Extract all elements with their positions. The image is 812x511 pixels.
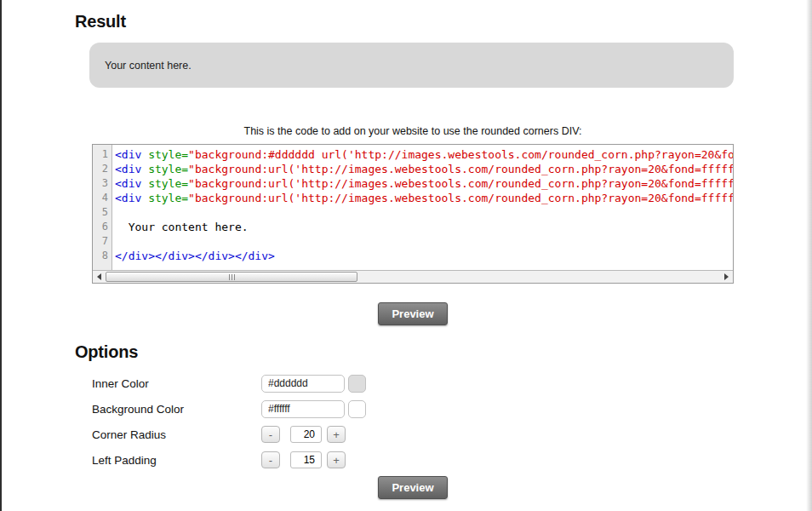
code-text: <div style="background:url('http://image… xyxy=(112,191,733,205)
code-text: Your content here. xyxy=(112,220,733,234)
window-right-edge xyxy=(806,0,812,511)
code-section: This is the code to add on your website … xyxy=(92,125,734,325)
option-row-inner-color: Inner Color xyxy=(92,370,734,396)
code-text: <div style="background:#dddddd url('http… xyxy=(112,147,733,162)
inner-color-input[interactable] xyxy=(261,375,345,393)
scrollbar-right-arrow[interactable] xyxy=(720,271,733,283)
code-token: "background:url('http://images.webestool… xyxy=(188,177,733,190)
line-number: 6 xyxy=(93,220,112,234)
line-number: 8 xyxy=(93,249,112,263)
code-text xyxy=(112,205,733,220)
window-left-edge xyxy=(0,0,2,511)
corner-radius-decrement-button[interactable]: - xyxy=(261,426,280,443)
main-content: Result Your content here. This is the co… xyxy=(0,0,812,499)
code-token: Your content here. xyxy=(115,221,249,233)
code-token: style= xyxy=(148,177,188,190)
code-line: 7 xyxy=(93,234,733,249)
bottom-preview-wrap: Preview xyxy=(92,476,734,499)
code-token: style= xyxy=(148,148,188,161)
corner-radius-label: Corner Radius xyxy=(92,428,261,441)
code-line: 8 </div></div></div></div> xyxy=(93,249,733,263)
background-color-swatch[interactable] xyxy=(348,400,366,418)
background-color-label: Background Color xyxy=(92,403,261,416)
options-heading: Options xyxy=(75,342,734,362)
code-text: <div style="background:url('http://image… xyxy=(112,162,733,176)
scrollbar-thumb[interactable] xyxy=(106,272,357,282)
code-token: style= xyxy=(148,192,188,204)
code-line: 4 <div style="background:url('http://ima… xyxy=(93,191,733,205)
option-row-left-padding: Left Padding - + xyxy=(92,447,734,473)
code-text: <div style="background:url('http://image… xyxy=(112,176,733,191)
code-token: <div xyxy=(115,163,148,175)
code-editor[interactable]: 1 <div style="background:#dddddd url('ht… xyxy=(92,144,734,284)
code-line: 5 xyxy=(93,205,733,220)
code-token: <div xyxy=(115,192,148,204)
option-row-background-color: Background Color xyxy=(92,396,734,422)
code-line: 3 <div style="background:url('http://ima… xyxy=(93,176,733,191)
code-text xyxy=(112,234,733,249)
left-padding-increment-button[interactable]: + xyxy=(327,451,346,468)
line-number: 1 xyxy=(93,147,112,162)
left-padding-input[interactable] xyxy=(290,451,322,468)
corner-radius-input[interactable] xyxy=(290,426,322,443)
result-heading: Result xyxy=(75,12,734,32)
inner-color-label: Inner Color xyxy=(92,377,261,390)
line-number: 3 xyxy=(93,176,112,191)
scrollbar-left-arrow[interactable] xyxy=(93,271,106,283)
left-arrow-icon xyxy=(97,273,101,280)
code-token: </div></div></div></div> xyxy=(115,250,275,262)
result-preview-text: Your content here. xyxy=(105,60,192,72)
code-lines: 1 <div style="background:#dddddd url('ht… xyxy=(93,145,733,270)
code-token: <div xyxy=(115,177,148,190)
code-line: 2 <div style="background:url('http://ima… xyxy=(93,162,733,176)
left-padding-decrement-button[interactable]: - xyxy=(261,451,280,468)
line-number: 2 xyxy=(93,162,112,176)
code-line: 6 Your content here. xyxy=(93,220,733,234)
code-token: style= xyxy=(148,163,188,175)
right-arrow-icon xyxy=(724,273,729,280)
preview-button-bottom[interactable]: Preview xyxy=(378,476,448,499)
result-preview-box: Your content here. xyxy=(89,43,734,88)
options-form: Inner Color Background Color Corner Radi… xyxy=(75,370,734,473)
corner-radius-increment-button[interactable]: + xyxy=(327,426,346,443)
option-row-corner-radius: Corner Radius - + xyxy=(92,422,734,447)
code-token: "background:url('http://images.webestool… xyxy=(188,192,733,204)
scrollbar-grip-icon xyxy=(232,274,232,280)
background-color-input[interactable] xyxy=(261,400,345,418)
preview-button-top[interactable]: Preview xyxy=(378,302,448,325)
line-number: 5 xyxy=(93,205,112,220)
code-text: </div></div></div></div> xyxy=(112,249,733,263)
horizontal-scrollbar[interactable] xyxy=(93,270,733,283)
code-line: 1 <div style="background:#dddddd url('ht… xyxy=(93,147,733,162)
line-number: 4 xyxy=(93,191,112,205)
inner-color-swatch[interactable] xyxy=(348,375,366,393)
code-token: "background:#dddddd url('http://images.w… xyxy=(188,148,733,161)
code-token: "background:url('http://images.webestool… xyxy=(188,163,733,175)
line-number: 7 xyxy=(93,234,112,249)
code-caption: This is the code to add on your website … xyxy=(92,125,734,137)
code-token: <div xyxy=(115,148,148,161)
left-padding-label: Left Padding xyxy=(92,454,261,467)
